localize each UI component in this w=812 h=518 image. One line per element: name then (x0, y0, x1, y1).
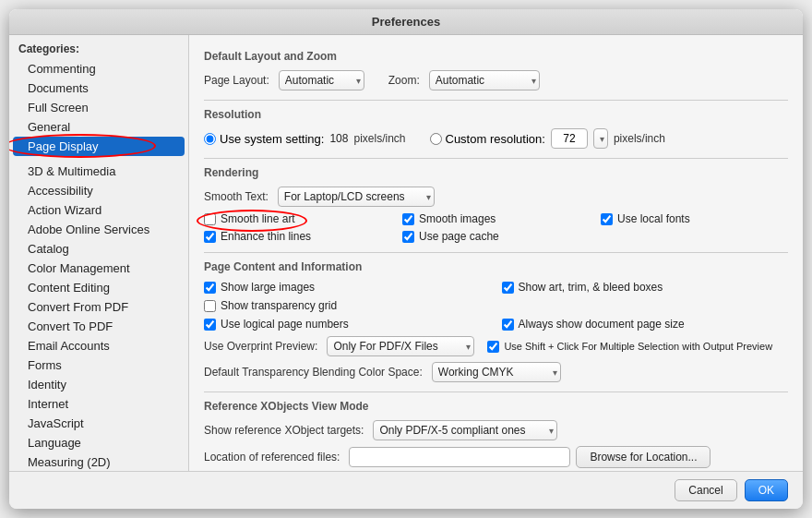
pixels-inch-label: pixels/inch (353, 132, 405, 145)
sidebar-item-general[interactable]: General (9, 117, 188, 137)
divider-rendering (204, 158, 788, 159)
resolution-stepper-select[interactable] (593, 128, 608, 149)
smooth-line-art-row[interactable]: Smooth line art (204, 212, 391, 225)
transparency-blend-label: Default Transparency Blending Color Spac… (204, 366, 423, 379)
show-targets-select[interactable]: Only PDF/X-5 compliant ones All None (373, 420, 557, 440)
section-title-layout: Default Layout and Zoom (204, 50, 788, 63)
smooth-text-row: Smooth Text: For Laptop/LCD screens None… (204, 187, 788, 207)
use-system-setting-radio-group[interactable]: Use system setting: (204, 132, 324, 146)
page-layout-select-wrapper: Automatic Single Page Two-Up (279, 70, 364, 90)
show-large-images-checkbox[interactable] (204, 282, 216, 294)
sidebar-item-email-accounts[interactable]: Email Accounts (9, 336, 188, 355)
use-local-fonts-label: Use local fonts (617, 212, 690, 225)
show-targets-label: Show reference XObject targets: (204, 424, 364, 437)
overprint-label: Use Overprint Preview: (204, 340, 317, 353)
transparency-blend-select[interactable]: Working CMYK Working RGB (432, 362, 561, 382)
always-show-doc-checkbox[interactable] (502, 319, 514, 331)
show-art-trim-row[interactable]: Show art, trim, & bleed boxes (502, 281, 789, 294)
ok-button[interactable]: OK (745, 479, 788, 501)
enhance-thin-lines-label: Enhance thin lines (221, 230, 311, 243)
sidebar-item-action-wizard[interactable]: Action Wizard (9, 200, 188, 220)
resolution-row: Use system setting: 108 pixels/inch Cust… (204, 128, 788, 149)
shift-click-label: Use Shift + Click For Multiple Selection… (504, 341, 772, 352)
smooth-line-art-checkbox[interactable] (204, 213, 216, 225)
sidebar-list: Commenting Documents Full Screen General… (9, 59, 188, 471)
sidebar-item-measuring-2d[interactable]: Measuring (2D) (9, 452, 188, 471)
sidebar-item-forms[interactable]: Forms (9, 355, 188, 375)
use-page-cache-checkbox[interactable] (402, 231, 414, 243)
sidebar-item-convert-from-pdf[interactable]: Convert From PDF (9, 297, 188, 317)
sidebar-item-adobe-online[interactable]: Adobe Online Services (9, 220, 188, 239)
use-page-cache-row[interactable]: Use page cache (402, 230, 590, 243)
always-show-doc-label: Always show document page size (519, 318, 685, 331)
shift-click-row[interactable]: Use Shift + Click For Multiple Selection… (487, 341, 772, 353)
show-transparency-row[interactable]: Show transparency grid (204, 299, 491, 312)
sidebar-item-convert-to-pdf[interactable]: Convert To PDF (9, 317, 188, 336)
divider-page-content (204, 252, 788, 253)
custom-resolution-radio-group[interactable]: Custom resolution: (430, 132, 545, 146)
use-logical-numbers-row[interactable]: Use logical page numbers (204, 318, 491, 331)
zoom-select[interactable]: Automatic Fit Page Fit Width (429, 70, 540, 90)
divider-xobjects (204, 392, 788, 392)
use-system-label: Use system setting: (220, 132, 324, 146)
show-art-trim-checkbox[interactable] (502, 282, 514, 294)
show-transparency-checkbox[interactable] (204, 300, 216, 312)
sidebar-item-content-editing[interactable]: Content Editing (9, 278, 188, 297)
sidebar-item-catalog[interactable]: Catalog (9, 239, 188, 259)
page-layout-select[interactable]: Automatic Single Page Two-Up (279, 70, 364, 90)
sidebar-item-3d-multimedia[interactable]: 3D & Multimedia (9, 162, 188, 181)
show-large-images-label: Show large images (221, 281, 315, 294)
divider-resolution (204, 100, 788, 101)
page-layout-label: Page Layout: (204, 74, 269, 87)
cancel-button[interactable]: Cancel (675, 479, 736, 501)
custom-resolution-label: Custom resolution: (446, 132, 545, 146)
show-art-trim-label: Show art, trim, & bleed boxes (519, 281, 663, 294)
enhance-thin-lines-row[interactable]: Enhance thin lines (204, 230, 391, 243)
smooth-images-label: Smooth images (419, 212, 496, 225)
show-targets-select-wrapper: Only PDF/X-5 compliant ones All None (373, 420, 557, 440)
dialog-title: Preferences (372, 15, 440, 29)
browse-button[interactable]: Browse for Location... (576, 446, 710, 468)
page-content-checkboxes-bottom: Use logical page numbers Always show doc… (204, 318, 788, 331)
preferences-dialog: Preferences Categories: Commenting Docum… (9, 9, 803, 509)
smooth-text-select[interactable]: For Laptop/LCD screens None For Monitor (278, 187, 435, 207)
overprint-select[interactable]: Only For PDF/X Files Always Never (327, 336, 474, 356)
enhance-thin-lines-checkbox[interactable] (204, 231, 216, 243)
page-content-checkboxes-top: Show large images Show art, trim, & blee… (204, 281, 788, 294)
use-logical-numbers-checkbox[interactable] (204, 319, 216, 331)
shift-click-checkbox[interactable] (487, 341, 499, 353)
sidebar-item-javascript[interactable]: JavaScript (9, 414, 188, 433)
use-local-fonts-checkbox[interactable] (601, 213, 613, 225)
use-local-fonts-row[interactable]: Use local fonts (601, 212, 788, 225)
rendering-checkboxes: Smooth line art Smooth images Use local … (204, 212, 788, 243)
custom-resolution-radio[interactable] (430, 133, 442, 145)
sidebar-item-full-screen[interactable]: Full Screen (9, 98, 188, 117)
smooth-images-row[interactable]: Smooth images (402, 212, 590, 225)
sidebar-item-internet[interactable]: Internet (9, 394, 188, 414)
section-title-xobjects: Reference XObjects View Mode (204, 400, 788, 413)
section-title-resolution: Resolution (204, 108, 788, 121)
custom-resolution-input[interactable] (551, 128, 588, 149)
smooth-line-art-label: Smooth line art (221, 212, 295, 225)
transparency-blend-select-wrapper: Working CMYK Working RGB (432, 362, 561, 382)
sidebar-item-commenting[interactable]: Commenting (9, 59, 188, 78)
custom-resolution-stepper (593, 128, 608, 149)
show-large-images-row[interactable]: Show large images (204, 281, 491, 294)
sidebar-item-page-display[interactable]: Page Display (13, 137, 185, 156)
smooth-images-checkbox[interactable] (402, 213, 414, 225)
location-input[interactable] (349, 447, 570, 467)
dialog-footer: Cancel OK (9, 471, 803, 509)
sidebar-item-documents[interactable]: Documents (9, 78, 188, 98)
layout-zoom-row: Page Layout: Automatic Single Page Two-U… (204, 70, 788, 90)
always-show-doc-row[interactable]: Always show document page size (502, 318, 789, 331)
show-transparency-label: Show transparency grid (221, 299, 337, 312)
page-content-checkboxes-mid: Show transparency grid (204, 299, 788, 312)
sidebar: Categories: Commenting Documents Full Sc… (9, 35, 189, 471)
sidebar-item-color-management[interactable]: Color Management (9, 259, 188, 278)
sidebar-item-accessibility[interactable]: Accessibility (9, 181, 188, 200)
sidebar-item-identity[interactable]: Identity (9, 375, 188, 394)
use-system-radio[interactable] (204, 133, 216, 145)
use-page-cache-label: Use page cache (419, 230, 499, 243)
categories-label: Categories: (9, 42, 188, 59)
sidebar-item-language[interactable]: Language (9, 433, 188, 452)
